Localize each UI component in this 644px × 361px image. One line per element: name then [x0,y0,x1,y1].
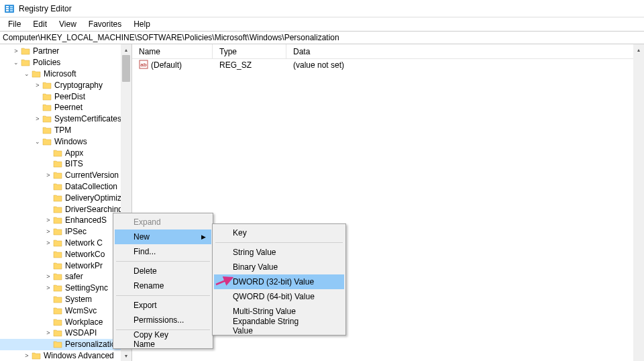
chevron-right-icon: ▶ [201,234,206,240]
tree-item-windows[interactable]: ⌄Windows [0,136,131,147]
submenu-expandable-string-value[interactable]: Expandable String Value [214,319,344,333]
ctx-export[interactable]: Export [115,298,211,313]
ctx-separator [215,242,343,243]
ctx-find[interactable]: Find... [115,244,211,259]
submenu-key[interactable]: Key [214,225,344,240]
ctx-new[interactable]: New▶ [115,229,211,244]
caret-down-icon[interactable]: ⌄ [34,138,42,145]
tree[interactable]: >Partner ⌄Policies ⌄Microsoft >Cryptogra… [0,44,131,361]
context-menu: Expand New▶ Find... Delete Rename Export… [113,213,213,349]
submenu-string-value[interactable]: String Value [214,245,344,260]
tree-item[interactable]: >Workplace [0,316,131,327]
column-name[interactable]: Name [132,44,213,58]
svg-text:ab: ab [140,62,146,68]
tree-item[interactable]: >WSDAPI [0,327,131,339]
folder-icon [52,283,63,293]
svg-rect-5 [10,8,13,9]
folder-icon [52,227,63,236]
tree-item[interactable]: >System [0,294,131,305]
ctx-rename[interactable]: Rename [115,278,211,293]
tree-item[interactable]: >BITS [0,158,131,170]
svg-rect-1 [6,6,9,7]
folder-icon [52,317,63,327]
tree-item[interactable]: >TPM [0,125,131,136]
scroll-thumb[interactable] [122,55,130,82]
svg-rect-2 [6,8,9,9]
menu-help[interactable]: Help [128,18,156,30]
tree-item[interactable]: >DeliveryOptimiz [0,192,131,203]
tree-item-policies[interactable]: ⌄Policies [0,57,131,68]
tree-item[interactable]: >safer [0,271,131,282]
list-header: Name Type Data [132,44,644,59]
folder-icon [52,261,63,270]
menubar: File Edit View Favorites Help [0,17,644,31]
menu-edit[interactable]: Edit [28,18,52,30]
scroll-up-icon[interactable]: ▴ [633,44,644,55]
tree-item[interactable]: >NetworkPr [0,260,131,271]
tree-item-microsoft[interactable]: ⌄Microsoft [0,68,131,80]
submenu-qword-value[interactable]: QWORD (64-bit) Value [214,289,344,304]
tree-item[interactable]: >PeerDist [0,91,131,102]
folder-icon [42,81,52,90]
menu-file[interactable]: File [3,18,26,30]
tree-item[interactable]: >DataCollection [0,181,131,193]
caret-down-icon[interactable]: ⌄ [23,70,31,77]
ctx-delete[interactable]: Delete [115,264,211,278]
column-type[interactable]: Type [213,44,286,58]
app-icon [4,3,15,14]
value-data-cell: (value not set) [286,60,644,70]
submenu-dword-value[interactable]: DWORD (32-bit) Value [214,274,344,289]
list-row[interactable]: ab (Default) REG_SZ (value not set) [132,59,644,71]
folder-icon [52,182,63,191]
svg-rect-6 [10,10,13,11]
folder-icon [42,125,52,135]
tree-item[interactable]: >IPSec [0,226,131,238]
folder-icon [52,328,63,338]
tree-item[interactable]: >Network C [0,238,131,249]
caret-down-icon[interactable]: ⌄ [12,59,20,66]
tree-item[interactable]: >EnhancedS [0,215,131,226]
ctx-copy-key-name[interactable]: Copy Key Name [115,332,211,347]
tree-item[interactable]: >NetworkCo [0,248,131,260]
submenu-binary-value[interactable]: Binary Value [214,260,344,274]
folder-icon [20,58,31,67]
svg-rect-3 [6,10,9,11]
tree-item[interactable]: >Appx [0,147,131,158]
folder-icon [31,69,42,79]
tree-item[interactable]: >WcmSvc [0,305,131,316]
tree-item-personalization[interactable]: >Personalization [0,339,131,350]
tree-item[interactable]: >CurrentVersion [0,170,131,181]
folder-icon [52,250,63,259]
svg-rect-4 [10,6,13,7]
folder-icon [52,295,63,304]
tree-item[interactable]: >SystemCertificates [0,113,131,125]
ctx-permissions[interactable]: Permissions... [115,313,211,327]
scroll-down-icon[interactable]: ▾ [121,350,131,361]
string-value-icon: ab [139,60,148,71]
menu-view[interactable]: View [54,18,82,30]
folder-icon [52,205,63,214]
tree-item[interactable]: >DriverSearching [0,203,131,215]
address-input[interactable] [1,33,643,42]
folder-icon [52,148,63,158]
ctx-separator [116,295,210,296]
folder-icon [20,46,31,56]
folder-icon [52,170,63,180]
list-scrollbar[interactable]: ▴ [633,44,644,361]
tree-item[interactable]: >Peernet [0,102,131,113]
column-data[interactable]: Data [286,44,644,58]
folder-icon [52,306,63,315]
tree-item-partner[interactable]: >Partner [0,46,131,57]
folder-icon [52,159,63,168]
folder-icon [42,92,52,101]
scroll-up-icon[interactable]: ▴ [121,44,131,55]
context-submenu-new: Key String Value Binary Value DWORD (32-… [212,223,346,336]
folder-icon [42,114,52,123]
list-body[interactable]: ab (Default) REG_SZ (value not set) [132,59,644,71]
value-type-cell: REG_SZ [213,60,286,70]
tree-item[interactable]: >Cryptography [0,79,131,91]
tree-item[interactable]: >SettingSync [0,282,131,294]
menu-favorites[interactable]: Favorites [83,18,127,30]
tree-item[interactable]: >Windows Advanced [0,350,131,361]
titlebar: Registry Editor [0,0,644,17]
